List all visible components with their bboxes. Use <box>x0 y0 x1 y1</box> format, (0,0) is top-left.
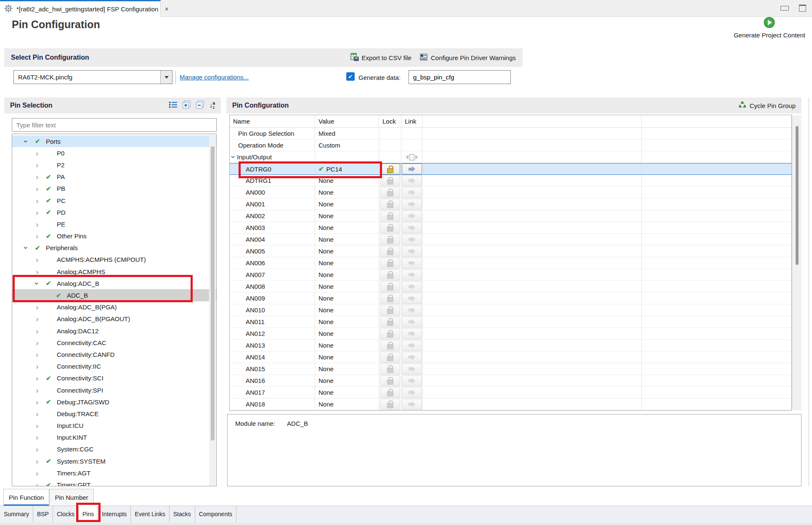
tab-clocks[interactable]: Clocks <box>53 506 79 522</box>
tree-item[interactable]: ›ACMPHS:ACMPHS (CMPOUT) <box>12 254 216 266</box>
tree-item[interactable]: ›✔Peripherals <box>12 242 216 254</box>
pin-table-row[interactable]: AN002None <box>230 210 791 222</box>
link-button[interactable] <box>402 258 422 269</box>
pane-tab-pin-number[interactable]: Pin Number <box>49 489 93 506</box>
pin-table-row[interactable]: AN011None <box>230 316 791 328</box>
lock-button[interactable] <box>380 269 400 280</box>
show-list-icon[interactable] <box>169 101 178 110</box>
pin-table-row[interactable]: ›Input/Output <box>230 151 791 163</box>
lock-button[interactable] <box>380 340 400 351</box>
pin-configuration-select[interactable]: RA6T2-MCK.pincfg <box>13 70 172 84</box>
lock-button[interactable] <box>380 258 400 269</box>
tree-item[interactable]: ›✔Ports <box>12 135 216 147</box>
chevron-right-icon[interactable]: › <box>36 327 38 335</box>
chevron-right-icon[interactable]: › <box>36 256 38 264</box>
lock-button[interactable] <box>380 164 400 174</box>
lock-button[interactable] <box>380 387 400 398</box>
chevron-right-icon[interactable]: › <box>36 268 38 276</box>
chevron-right-icon[interactable]: › <box>36 386 38 394</box>
chevron-right-icon[interactable]: › <box>36 410 38 418</box>
minimize-icon[interactable] <box>780 6 789 11</box>
tree-item[interactable]: ›PE <box>12 218 216 230</box>
tree-item[interactable]: ›✔System:SYSTEM <box>12 455 216 467</box>
lock-button[interactable] <box>380 328 400 339</box>
chevron-right-icon[interactable]: › <box>36 232 38 240</box>
chevron-right-icon[interactable]: › <box>36 398 38 406</box>
tree-item[interactable]: ›Connectivity:IIC <box>12 361 216 372</box>
link-button[interactable] <box>402 399 422 410</box>
lock-button[interactable] <box>380 211 400 222</box>
tree-filter-input[interactable] <box>12 118 217 132</box>
chevron-right-icon[interactable]: › <box>36 173 38 181</box>
pin-table-row[interactable]: AN001None <box>230 198 791 210</box>
tree-item[interactable]: ›✔Other Pins <box>12 230 216 242</box>
lock-button[interactable] <box>380 293 400 304</box>
chevron-right-icon[interactable]: › <box>36 220 38 228</box>
tree-item[interactable]: ›Analog:ADC_B(PGAOUT) <box>12 313 216 325</box>
link-button[interactable] <box>402 211 422 222</box>
tree-item[interactable]: ›Connectivity:CAC <box>12 337 216 348</box>
chevron-right-icon[interactable]: › <box>36 339 38 347</box>
pin-table-row[interactable]: AN009None <box>230 293 791 304</box>
link-button[interactable] <box>402 364 422 375</box>
lock-button[interactable] <box>380 246 400 257</box>
link-button[interactable] <box>402 328 422 339</box>
pin-table-row[interactable]: AN000None <box>230 187 791 198</box>
tree-scrollbar-thumb[interactable] <box>211 146 215 441</box>
pin-table-row[interactable]: AN014None <box>230 351 791 363</box>
pin-table-row[interactable]: AN006None <box>230 257 791 269</box>
tree-item[interactable]: ›P0 <box>12 147 216 159</box>
pin-table-row[interactable]: AN004None <box>230 234 791 245</box>
link-button[interactable] <box>402 175 422 186</box>
chevron-down-icon[interactable]: › <box>22 247 30 249</box>
chevron-right-icon[interactable]: › <box>36 351 38 359</box>
tree-item[interactable]: ›Timers:AGT <box>12 467 216 479</box>
link-button[interactable] <box>402 187 422 198</box>
tree-item[interactable]: ✔ADC_B <box>12 289 216 301</box>
link-button[interactable] <box>402 352 422 363</box>
lock-button[interactable] <box>380 281 400 292</box>
pin-table-row[interactable]: AN013None <box>230 340 791 351</box>
tree-scrollbar[interactable] <box>209 135 216 486</box>
tree-item[interactable]: ›Analog:DAC12 <box>12 325 216 337</box>
chevron-right-icon[interactable]: › <box>36 315 38 323</box>
link-button[interactable] <box>402 222 422 233</box>
pin-table-row[interactable]: Operation ModeCustom <box>230 140 791 151</box>
tab-event-links[interactable]: Event Links <box>131 506 169 522</box>
table-scrollbar-thumb[interactable] <box>796 126 799 265</box>
link-button[interactable] <box>402 164 422 174</box>
chevron-right-icon[interactable]: › <box>36 433 38 441</box>
tree-item[interactable]: ›Analog:ACMPHS <box>12 266 216 277</box>
pin-table-row[interactable]: ADTRG1None <box>230 175 791 187</box>
tab-interrupts[interactable]: Interrupts <box>98 506 131 522</box>
pin-table-row[interactable]: AN018None <box>230 398 791 410</box>
link-button[interactable] <box>402 234 422 245</box>
configure-pin-driver-warnings-button[interactable]: Configure Pin Driver Warnings <box>420 53 516 62</box>
cycle-pin-group-button[interactable]: Cycle Pin Group <box>738 100 796 111</box>
dropdown-button[interactable] <box>160 71 172 84</box>
lock-button[interactable] <box>380 187 400 198</box>
tree-item[interactable]: ›Connectivity:SPI <box>12 384 216 396</box>
tree-item[interactable]: ›✔PC <box>12 195 216 206</box>
tree-item[interactable]: ›Input:KINT <box>12 432 216 443</box>
manage-configurations-link[interactable]: Manage configurations... <box>180 74 249 81</box>
link-button[interactable] <box>402 281 422 292</box>
chevron-down-icon[interactable]: › <box>33 282 41 285</box>
tree-item[interactable]: ›✔Debug:JTAG/SWD <box>12 396 216 408</box>
tree-item[interactable]: ›System:CGC <box>12 443 216 455</box>
tree-item[interactable]: ›Connectivity:CANFD <box>12 348 216 360</box>
tree-item[interactable]: ›P2 <box>12 159 216 171</box>
pin-table-row[interactable]: AN015None <box>230 363 791 375</box>
pin-table-row[interactable]: AN016None <box>230 375 791 387</box>
generate-data-checkbox[interactable]: ✔ <box>346 72 355 81</box>
link-button[interactable] <box>402 246 422 257</box>
chevron-right-icon[interactable]: › <box>36 422 38 430</box>
expand-all-icon[interactable] <box>182 100 191 111</box>
chevron-right-icon[interactable]: › <box>36 445 38 453</box>
chevron-right-icon[interactable]: › <box>36 197 38 205</box>
lock-button[interactable] <box>380 375 400 386</box>
cycle-pins-icon[interactable] <box>406 154 418 161</box>
tree-item[interactable]: ›✔Timers:GPT <box>12 479 216 486</box>
pin-table-row[interactable]: AN010None <box>230 304 791 316</box>
pin-table-row[interactable]: AN008None <box>230 281 791 293</box>
